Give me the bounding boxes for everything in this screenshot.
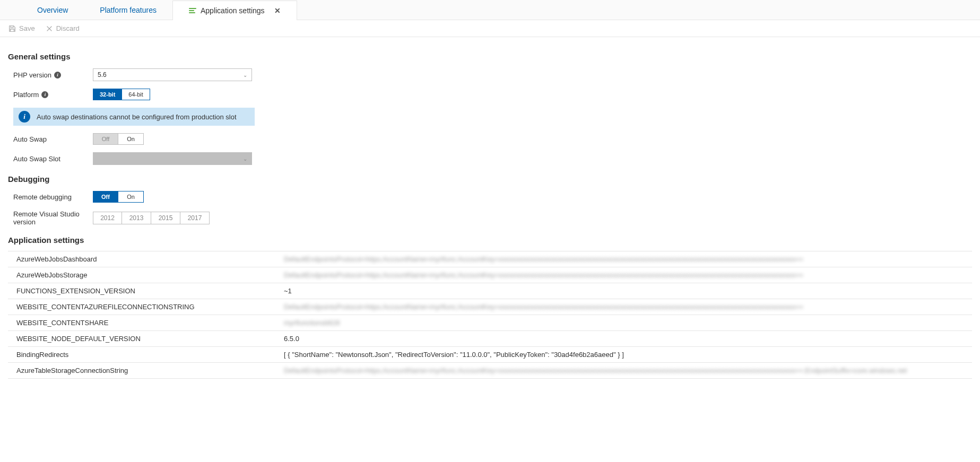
php-version-value: 5.6: [98, 71, 107, 79]
setting-key: WEBSITE_NODE_DEFAULT_VERSION: [8, 335, 284, 343]
save-label: Save: [19, 24, 35, 32]
remote-debugging-toggle: Off On: [93, 191, 144, 203]
save-button[interactable]: Save: [8, 24, 35, 32]
platform-label: Platform i: [13, 91, 93, 99]
table-row[interactable]: BindingRedirects[ { "ShortName": "Newton…: [8, 347, 972, 363]
auto-swap-info-text: Auto swap destinations cannot be configu…: [37, 113, 237, 121]
table-row[interactable]: FUNCTIONS_EXTENSION_VERSION~1: [8, 283, 972, 299]
setting-value: ~1: [284, 287, 972, 295]
table-row[interactable]: AzureWebJobsStorageDefaultEndpointsProto…: [8, 267, 972, 283]
setting-key: WEBSITE_CONTENTSHARE: [8, 319, 284, 327]
auto-swap-slot-label: Auto Swap Slot: [13, 155, 93, 163]
setting-value: myrlfunctionsb628: [284, 319, 972, 327]
table-row[interactable]: WEBSITE_CONTENTSHAREmyrlfunctionsb628: [8, 315, 972, 331]
row-auto-swap: Auto Swap Off On: [13, 133, 972, 145]
platform-64bit-button[interactable]: 64-bit: [122, 89, 150, 100]
remote-debugging-label: Remote debugging: [13, 193, 93, 201]
vs-2012-button[interactable]: 2012: [93, 212, 122, 224]
remote-debugging-off-button[interactable]: Off: [93, 191, 118, 203]
vs-2013-button[interactable]: 2013: [122, 212, 151, 224]
table-row[interactable]: AzureWebJobsDashboardDefaultEndpointsPro…: [8, 251, 972, 267]
settings-icon: [189, 8, 196, 13]
platform-toggle: 32-bit 64-bit: [93, 89, 150, 100]
section-app-settings-heading: Application settings: [8, 236, 972, 245]
platform-32bit-button[interactable]: 32-bit: [93, 89, 122, 100]
info-icon[interactable]: i: [54, 72, 61, 79]
table-row[interactable]: AzureTableStorageConnectionStringDefault…: [8, 363, 972, 379]
php-version-label: PHP version i: [13, 71, 93, 79]
row-auto-swap-slot: Auto Swap Slot ⌄: [13, 152, 972, 165]
chevron-down-icon: ⌄: [243, 72, 247, 78]
setting-value: DefaultEndpointsProtocol=https;AccountNa…: [284, 303, 972, 311]
toolbar: Save Discard: [0, 20, 980, 37]
tab-overview[interactable]: Overview: [21, 1, 84, 20]
remote-debugging-on-button[interactable]: On: [118, 191, 144, 203]
vs-2017-button[interactable]: 2017: [180, 212, 210, 224]
discard-icon: [46, 25, 53, 32]
auto-swap-off-button: Off: [93, 133, 118, 145]
section-general-heading: General settings: [8, 52, 972, 61]
setting-key: AzureWebJobsStorage: [8, 271, 284, 279]
chevron-down-icon: ⌄: [243, 156, 247, 162]
row-platform: Platform i 32-bit 64-bit: [13, 89, 972, 100]
php-version-select[interactable]: 5.6 ⌄: [93, 68, 252, 81]
table-row[interactable]: WEBSITE_CONTENTAZUREFILECONNECTIONSTRING…: [8, 299, 972, 315]
tab-application-settings-label: Application settings: [201, 6, 265, 15]
row-php-version: PHP version i 5.6 ⌄: [13, 68, 972, 81]
discard-button[interactable]: Discard: [46, 24, 80, 32]
content-area: General settings PHP version i 5.6 ⌄ Pla…: [0, 37, 980, 384]
tab-platform-features[interactable]: Platform features: [84, 1, 172, 20]
setting-key: AzureWebJobsDashboard: [8, 255, 284, 263]
setting-value: [ { "ShortName": "Newtonsoft.Json", "Red…: [284, 351, 972, 359]
app-settings-table: AzureWebJobsDashboardDefaultEndpointsPro…: [8, 251, 972, 379]
discard-label: Discard: [56, 24, 80, 32]
auto-swap-slot-select: ⌄: [93, 152, 252, 165]
auto-swap-toggle: Off On: [93, 133, 144, 145]
vs-2015-button[interactable]: 2015: [151, 212, 180, 224]
vs-version-label: Remote Visual Studio version: [13, 210, 93, 226]
row-remote-debugging: Remote debugging Off On: [13, 191, 972, 203]
setting-value: DefaultEndpointsProtocol=https;AccountNa…: [284, 271, 972, 279]
setting-key: BindingRedirects: [8, 351, 284, 359]
section-debugging-heading: Debugging: [8, 175, 972, 184]
auto-swap-on-button: On: [118, 133, 144, 145]
vs-version-segmented: 2012 2013 2015 2017: [93, 212, 210, 224]
close-icon[interactable]: ✕: [274, 6, 281, 15]
auto-swap-info-bar: i Auto swap destinations cannot be confi…: [13, 108, 255, 126]
table-row[interactable]: WEBSITE_NODE_DEFAULT_VERSION6.5.0: [8, 331, 972, 347]
setting-key: FUNCTIONS_EXTENSION_VERSION: [8, 287, 284, 295]
tabs-bar: Overview Platform features Application s…: [0, 0, 980, 20]
save-icon: [8, 25, 16, 32]
setting-value: DefaultEndpointsProtocol=https;AccountNa…: [284, 367, 972, 374]
info-icon[interactable]: i: [41, 91, 48, 98]
setting-key: WEBSITE_CONTENTAZUREFILECONNECTIONSTRING: [8, 303, 284, 311]
setting-key: AzureTableStorageConnectionString: [8, 367, 284, 374]
setting-value: DefaultEndpointsProtocol=https;AccountNa…: [284, 255, 972, 263]
info-icon: i: [19, 111, 30, 123]
setting-value: 6.5.0: [284, 335, 972, 343]
tab-application-settings[interactable]: Application settings ✕: [172, 1, 297, 20]
row-vs-version: Remote Visual Studio version 2012 2013 2…: [13, 210, 972, 226]
auto-swap-label: Auto Swap: [13, 135, 93, 143]
